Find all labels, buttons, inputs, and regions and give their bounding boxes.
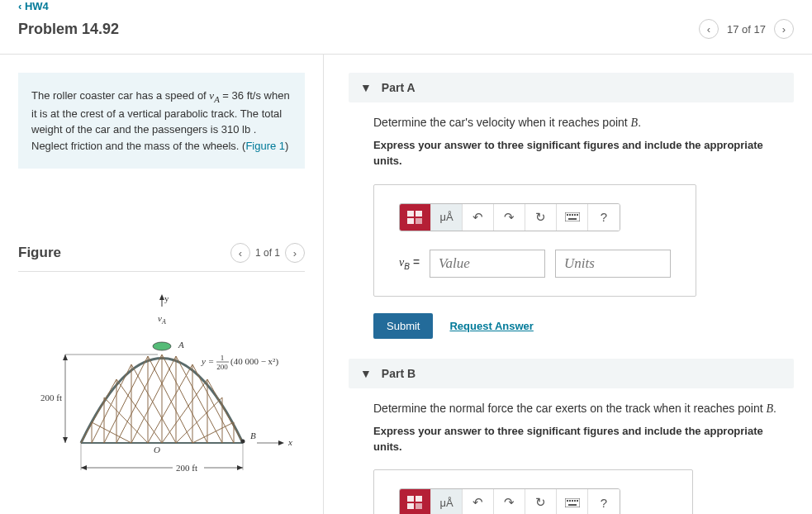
svg-line-28 (148, 356, 192, 443)
figure-link[interactable]: Figure 1 (245, 140, 285, 152)
svg-rect-66 (415, 503, 422, 509)
svg-line-17 (104, 356, 148, 443)
prompt-text: = 36 (220, 89, 247, 102)
breadcrumb[interactable]: ‹ HW4 (0, 0, 812, 12)
figure-divider (18, 271, 305, 272)
part-a-value-input[interactable] (430, 250, 545, 278)
keyboard-button[interactable] (557, 204, 588, 231)
svg-line-31 (104, 397, 148, 443)
svg-rect-65 (407, 503, 414, 509)
prompt-text: ) (285, 140, 288, 152)
svg-marker-48 (237, 465, 243, 470)
collapse-icon: ▼ (360, 367, 372, 380)
svg-rect-67 (565, 498, 580, 507)
part-b-title: Part B (382, 367, 415, 380)
figure-pager: ‹ 1 of 1 › (230, 243, 305, 263)
svg-rect-54 (407, 218, 414, 224)
undo-button[interactable]: ↶ (463, 489, 494, 514)
prompt-text: The roller coaster car has a speed of (31, 89, 209, 102)
svg-rect-59 (572, 214, 573, 216)
svg-marker-45 (278, 440, 284, 445)
part-b-header[interactable]: ▼ Part B (349, 359, 794, 388)
prompt-sub: A (214, 94, 220, 104)
figure-image: y vA A y = 1 200 (18, 290, 305, 484)
fig-label-width: 200 ft (176, 463, 197, 473)
greek-button[interactable]: μÅ (431, 204, 463, 231)
part-a-question: Determine the car's velocity when it rea… (373, 116, 791, 130)
svg-line-22 (176, 397, 222, 443)
reset-button[interactable]: ↻ (525, 204, 557, 231)
part-b-body: Determine the normal force the car exert… (349, 388, 794, 514)
part-a-request-answer-link[interactable]: Request Answer (449, 320, 533, 332)
part-a-units-input[interactable] (555, 250, 671, 278)
svg-text:vA: vA (158, 313, 166, 326)
svg-rect-52 (407, 211, 414, 217)
svg-rect-61 (577, 214, 578, 216)
fig-label-A: A (178, 340, 184, 350)
svg-text:y =: y = (201, 356, 214, 366)
svg-rect-63 (407, 496, 414, 502)
figure-next-button[interactable]: › (285, 243, 305, 263)
redo-button[interactable]: ↷ (494, 489, 525, 514)
problem-prompt: The roller coaster car has a speed of vA… (18, 73, 305, 169)
templates-button[interactable] (400, 204, 431, 231)
svg-rect-57 (567, 214, 568, 216)
svg-point-33 (153, 342, 171, 350)
svg-line-16 (92, 364, 131, 443)
svg-rect-56 (565, 212, 580, 221)
svg-rect-64 (415, 496, 422, 502)
figure-pager-text: 1 of 1 (255, 247, 280, 259)
figure-header: Figure ‹ 1 of 1 › (18, 243, 305, 263)
svg-text:200: 200 (216, 363, 228, 371)
help-button[interactable]: ? (588, 204, 620, 231)
redo-button[interactable]: ↷ (494, 204, 525, 231)
breadcrumb-text: HW4 (25, 0, 49, 12)
greek-button[interactable]: μÅ (431, 489, 463, 514)
reset-button[interactable]: ↻ (525, 489, 557, 514)
svg-rect-62 (568, 218, 577, 220)
undo-button[interactable]: ↶ (463, 204, 494, 231)
part-b-answer-box: μÅ ↶ ↷ ↻ ? N = (373, 469, 693, 514)
templates-button[interactable] (400, 489, 431, 514)
prev-problem-button[interactable]: ‹ (699, 19, 719, 39)
svg-rect-73 (568, 504, 577, 506)
svg-line-24 (207, 379, 243, 443)
svg-rect-55 (415, 218, 422, 224)
part-a-submit-button[interactable]: Submit (373, 313, 433, 339)
part-a-instruct: Express your answer to three significant… (373, 138, 791, 169)
keyboard-button[interactable] (557, 489, 588, 514)
fig-label-height: 200 ft (40, 393, 62, 402)
next-problem-button[interactable]: › (774, 19, 794, 39)
part-b-question: Determine the normal force the car exert… (373, 402, 791, 416)
figure-prev-button[interactable]: ‹ (230, 243, 250, 263)
svg-point-43 (240, 440, 245, 444)
part-b-instruct: Express your answer to three significant… (373, 424, 791, 455)
svg-line-15 (81, 379, 116, 443)
svg-rect-68 (567, 500, 568, 502)
part-a-eq-label: vB = (399, 255, 420, 271)
part-a-header[interactable]: ▼ Part A (349, 73, 794, 102)
fig-label-y: y (164, 293, 169, 303)
svg-line-26 (176, 356, 222, 443)
part-a-title: Part A (382, 81, 415, 94)
svg-rect-60 (574, 214, 576, 216)
part-a-answer-box: μÅ ↶ ↷ ↻ ? vB = (373, 184, 696, 297)
fig-label-x: x (287, 437, 292, 447)
collapse-icon: ▼ (360, 81, 372, 94)
svg-rect-72 (577, 500, 578, 502)
fig-label-O: O (154, 445, 160, 455)
svg-rect-70 (572, 500, 573, 502)
svg-rect-53 (415, 211, 422, 217)
svg-text:1: 1 (220, 354, 224, 362)
part-a-toolbar: μÅ ↶ ↷ ↻ ? (399, 203, 620, 231)
svg-marker-40 (63, 355, 68, 360)
svg-rect-58 (569, 214, 571, 216)
svg-text:(40 000 − x²): (40 000 − x²) (230, 356, 278, 367)
prompt-unit: lb (242, 123, 250, 136)
pager-text: 17 of 17 (727, 23, 766, 36)
help-button[interactable]: ? (588, 489, 620, 514)
problem-title: Problem 14.92 (18, 21, 119, 38)
svg-rect-69 (569, 500, 571, 502)
svg-line-21 (162, 379, 207, 443)
svg-line-25 (192, 364, 234, 443)
